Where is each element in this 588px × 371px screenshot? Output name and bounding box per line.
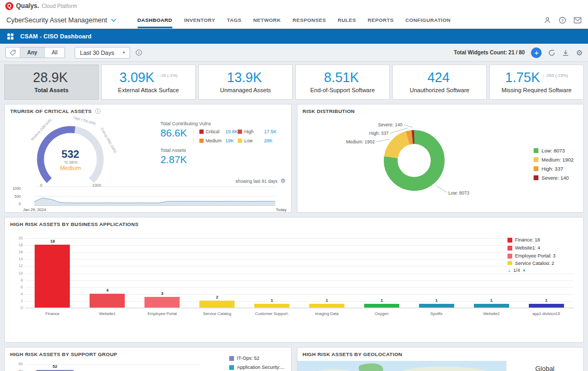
legend-label: Low bbox=[244, 138, 262, 143]
tag-any-button[interactable]: Any bbox=[20, 47, 44, 58]
bar-value: 18 bbox=[50, 239, 55, 244]
dashboard-title-bar: CSAM - CISO Dashboard bbox=[0, 29, 588, 44]
bar-group[interactable]: 1Imaging Data bbox=[300, 238, 355, 308]
total-assets-label: Total Assets bbox=[160, 148, 284, 153]
bar-category-label: Imaging Data bbox=[301, 311, 353, 317]
legend-item[interactable]: Website1: 4 bbox=[508, 245, 578, 251]
bar[interactable] bbox=[35, 245, 70, 308]
trend-start-date: Jan 29, 2024 bbox=[23, 207, 46, 212]
brand-suffix: Cloud Platform bbox=[42, 3, 77, 9]
kpi-card[interactable]: 13.9K Unmanaged Assets bbox=[198, 64, 293, 100]
nav-tab[interactable]: CONFIGURATION bbox=[406, 12, 451, 28]
kpi-label: End-of-Support Software bbox=[310, 87, 375, 93]
kpi-card[interactable]: 424 Unauthorized Software bbox=[392, 64, 487, 100]
bar[interactable] bbox=[309, 304, 344, 308]
legend-label: Finance: 18 bbox=[515, 237, 540, 243]
bar[interactable] bbox=[474, 304, 509, 308]
legend-page-up-icon[interactable]: ▲ bbox=[508, 269, 511, 272]
legend-item[interactable]: Finance: 18 bbox=[508, 237, 578, 243]
mail-icon[interactable] bbox=[574, 17, 582, 23]
bar-group[interactable]: 2Service Catalog bbox=[190, 238, 245, 308]
widget-title: HIGH RISK ASSETS BY GEOLOCATION bbox=[303, 351, 402, 357]
bar-group[interactable]: 52 bbox=[25, 364, 85, 371]
user-icon[interactable] bbox=[544, 17, 551, 24]
geo-region-label[interactable]: Global bbox=[535, 365, 554, 371]
add-widget-button[interactable]: + bbox=[531, 47, 542, 58]
legend-label: Medium: 1902 bbox=[542, 157, 574, 163]
widget-settings-gear-icon[interactable]: ⚙ bbox=[280, 178, 286, 184]
bar[interactable] bbox=[364, 304, 399, 308]
kpi-card[interactable]: 8.51K End-of-Support Software bbox=[295, 64, 390, 100]
legend-label: High bbox=[244, 129, 262, 134]
legend-item[interactable]: Employee Portal: 3 bbox=[508, 253, 578, 259]
nav-tab[interactable]: TAGS bbox=[227, 12, 241, 28]
kpi-card[interactable]: 1.75K ↓ -265 (-15%) Missing Required Sof… bbox=[489, 64, 584, 100]
legend-item[interactable]: IT-Ops: 52 bbox=[229, 356, 284, 361]
bar-group[interactable]: 1Oxygen bbox=[354, 238, 409, 308]
bar[interactable] bbox=[144, 297, 180, 308]
bar-value: 1 bbox=[271, 299, 273, 303]
bar[interactable] bbox=[199, 301, 235, 308]
legend-page-indicator: 1/4 bbox=[513, 268, 520, 273]
business-apps-legend: Finance: 18 Website1: 4 Empl bbox=[508, 237, 578, 273]
legend-item[interactable]: Severe: 140 bbox=[534, 175, 574, 181]
date-range-value: Last 30 Days bbox=[80, 50, 114, 56]
nav-tab[interactable]: RULES bbox=[338, 12, 356, 28]
kpi-card[interactable]: 3.09K ↓ -16 (-1%) External Attack Surfac… bbox=[101, 64, 196, 100]
refresh-icon[interactable] bbox=[548, 49, 555, 57]
legend-value: 15.8K bbox=[225, 129, 238, 134]
legend-item[interactable]: Application Security:... bbox=[229, 365, 284, 370]
legend-item[interactable]: Low: 8073 bbox=[534, 148, 574, 154]
bar-group[interactable]: 1Spotfix bbox=[409, 238, 464, 308]
legend-label: Severe: 140 bbox=[542, 175, 569, 181]
widgets-grid: TRURISK OF CRITICAL ASSETS 532 ↑0.38% Me… bbox=[0, 100, 588, 371]
legend-items: Finance: 18 Website1: 4 Empl bbox=[508, 237, 578, 265]
help-icon[interactable]: ? bbox=[559, 17, 566, 24]
legend-item[interactable]: High: 337 bbox=[534, 166, 574, 172]
dashboard-toolbar: Any All Last 30 Days ▾ Total Widgets Cou… bbox=[0, 44, 588, 62]
bar[interactable] bbox=[529, 304, 564, 308]
info-icon[interactable] bbox=[95, 108, 101, 114]
tag-all-button[interactable]: All bbox=[44, 47, 65, 58]
contributing-vulns-value: 86.6K bbox=[160, 127, 187, 139]
bar-group[interactable]: 3Employee Portal bbox=[135, 238, 190, 308]
legend-label: Employee Portal: 3 bbox=[515, 253, 555, 259]
kpi-value: 8.51K bbox=[324, 71, 359, 84]
nav-tab[interactable]: DASHBOARD bbox=[138, 12, 172, 28]
svg-text:Medium: 1902: Medium: 1902 bbox=[346, 139, 375, 144]
trurisk-stats: Total Contributing Vulns 86.6K Critical … bbox=[160, 121, 284, 166]
nav-tab[interactable]: NETWORK bbox=[253, 12, 281, 28]
app-switcher[interactable]: CyberSecurity Asset Management bbox=[6, 17, 116, 24]
widget-title: HIGH RISK ASSETS BY BUSINESS APPLICATION… bbox=[10, 221, 139, 227]
world-map[interactable] bbox=[297, 361, 506, 371]
bar-group[interactable]: 4Website1 bbox=[80, 238, 135, 308]
info-icon[interactable] bbox=[135, 49, 142, 56]
legend-item[interactable]: Service Catalog: 2 bbox=[508, 261, 578, 265]
download-icon[interactable] bbox=[562, 49, 569, 57]
bar[interactable] bbox=[419, 304, 454, 308]
nav-tab[interactable]: RESPONSES bbox=[293, 12, 326, 28]
bar[interactable] bbox=[90, 294, 125, 308]
nav-tab[interactable]: INVENTORY bbox=[184, 12, 215, 28]
legend-item[interactable]: Medium: 1902 bbox=[534, 157, 574, 163]
bar-group[interactable]: 18Finance bbox=[25, 238, 80, 308]
risk-donut-chart[interactable]: Low: 8073Medium: 1902High: 337Severe: 14… bbox=[300, 118, 513, 212]
legend-swatch bbox=[534, 148, 538, 153]
bar-category-label: app1:division15 bbox=[520, 311, 573, 317]
bar-group[interactable]: 1Customer Support. bbox=[245, 238, 300, 308]
legend-swatch bbox=[508, 246, 512, 251]
widget-support-group: HIGH RISK ASSETS BY SUPPORT GROUP 605052… bbox=[4, 347, 292, 371]
bar[interactable] bbox=[254, 304, 289, 308]
kpi-delta: ↓ -16 (-1%) bbox=[156, 73, 178, 78]
widget-business-apps: HIGH RISK ASSETS BY BUSINESS APPLICATION… bbox=[4, 217, 584, 343]
nav-tab[interactable]: REPORTS bbox=[368, 12, 394, 28]
dashboard-switcher-icon[interactable] bbox=[0, 33, 20, 40]
date-range-select[interactable]: Last 30 Days ▾ bbox=[75, 47, 130, 59]
settings-gear-icon[interactable]: ⚙ bbox=[576, 49, 583, 57]
trend-end-date: Today bbox=[276, 207, 286, 212]
kpi-card[interactable]: 28.9K Total Assets bbox=[4, 64, 99, 100]
trurisk-gauge-chart: 532 ↑0.38% Medium Medium (500-649) High … bbox=[20, 116, 121, 196]
legend-page-down-icon[interactable]: ▼ bbox=[522, 269, 526, 272]
legend-swatch bbox=[534, 157, 538, 162]
legend-label: Application Security:... bbox=[237, 365, 284, 370]
